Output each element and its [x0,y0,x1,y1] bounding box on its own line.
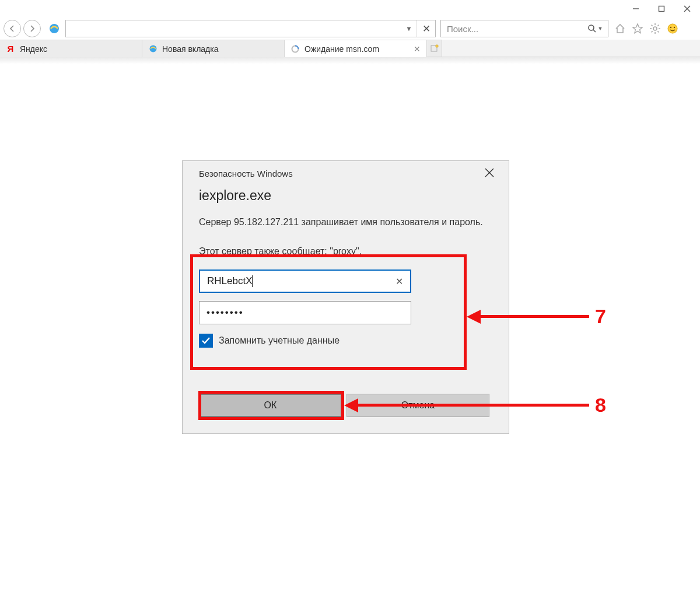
new-tab-button[interactable] [427,40,442,57]
tab-label: Новая вкладка [162,44,219,54]
stop-refresh-button[interactable]: ✕ [416,20,435,37]
address-dropdown-icon[interactable]: ▼ [401,25,416,32]
annotation-box-ok [198,391,344,420]
tab-strip: Я Яндекс Новая вкладка Ожидание msn.com … [0,40,700,57]
svg-line-15 [657,25,659,26]
address-bar[interactable]: ▼ ✕ [65,20,436,37]
smiley-icon [667,23,678,34]
dialog-app-name: iexplore.exe [199,188,492,204]
settings-button[interactable] [648,22,662,36]
svg-line-6 [593,30,596,32]
back-button[interactable] [4,20,21,37]
home-button[interactable] [613,22,627,36]
close-icon [485,168,494,177]
yandex-favicon-icon: Я [6,44,15,54]
annotation-arrow-7 [478,315,589,318]
svg-line-14 [657,31,659,32]
dialog-header: Безопасность Windows [183,161,509,186]
tab-strip-shadow [0,57,700,64]
tab-msn-loading[interactable]: Ожидание msn.com ✕ [285,40,427,57]
dialog-close-button[interactable] [481,167,498,180]
minimize-icon [632,5,639,12]
minimize-button[interactable] [623,0,649,18]
loading-spinner-icon [290,44,300,54]
svg-point-17 [668,24,677,33]
search-input[interactable] [441,24,582,34]
dialog-message: Сервер 95.182.127.211 запрашивает имя по… [199,215,492,229]
svg-point-23 [435,45,438,48]
toolbar-icons [613,22,680,36]
home-icon [614,23,626,34]
window-controls [623,0,700,18]
svg-rect-1 [659,6,664,12]
svg-point-8 [653,27,657,30]
svg-point-18 [670,27,671,28]
arrow-right-icon [28,24,36,33]
annotation-arrowhead-7 [467,310,481,324]
svg-point-19 [674,27,675,28]
navigation-row: ▼ ✕ ▼ [0,18,700,40]
ie-logo-icon [47,21,62,36]
star-icon [632,23,643,34]
tab-close-button[interactable]: ✕ [414,44,421,54]
annotation-box-credentials [190,254,467,370]
new-tab-icon [430,44,439,52]
tab-label: Ожидание msn.com [304,44,379,54]
annotation-arrowhead-8 [344,398,358,412]
maximize-button[interactable] [649,0,674,18]
maximize-icon [658,5,665,12]
arrow-left-icon [8,24,16,33]
svg-line-16 [652,31,653,32]
annotation-arrow-8 [356,404,589,407]
svg-point-5 [589,25,594,30]
favorites-button[interactable] [631,22,645,36]
search-icon [587,24,597,33]
tab-new[interactable]: Новая вкладка [142,40,285,57]
svg-marker-7 [633,24,642,33]
close-icon [684,5,691,12]
search-button[interactable]: ▼ [582,24,608,33]
close-window-button[interactable] [674,0,700,18]
emoji-button[interactable] [666,22,680,36]
gear-icon [649,23,661,34]
ie-favicon-icon [148,44,158,54]
search-box: ▼ [440,20,608,37]
tab-label: Яндекс [20,44,47,54]
annotation-number-7: 7 [595,305,606,328]
tab-yandex[interactable]: Я Яндекс [0,40,142,57]
annotation-number-8: 8 [595,394,606,416]
dialog-title: Безопасность Windows [199,169,293,178]
forward-button[interactable] [23,20,41,37]
svg-line-13 [652,25,653,26]
